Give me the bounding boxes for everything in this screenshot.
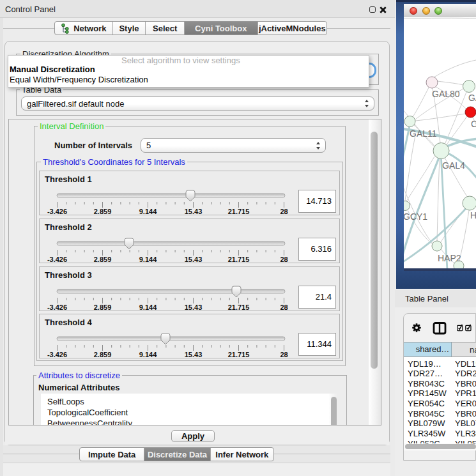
svg-text:-3.426: -3.426: [47, 303, 67, 311]
svg-text:21.715: 21.715: [228, 303, 250, 311]
svg-text:GAL11: GAL11: [410, 128, 437, 139]
svg-text:-3.426: -3.426: [47, 208, 67, 215]
svg-text:2.859: 2.859: [94, 208, 112, 215]
svg-text:HAP2: HAP2: [438, 253, 461, 263]
svg-text:28: 28: [280, 208, 288, 215]
svg-text:HA: HA: [470, 210, 476, 220]
svg-text:15.43: 15.43: [185, 303, 203, 311]
svg-text:GAL80: GAL80: [432, 89, 460, 99]
svg-text:2.859: 2.859: [94, 303, 112, 311]
svg-text:21.715: 21.715: [228, 208, 250, 215]
svg-text:28: 28: [280, 351, 288, 358]
svg-text:GA: GA: [468, 93, 476, 103]
svg-text:-3.426: -3.426: [47, 256, 67, 263]
svg-text:2.859: 2.859: [94, 351, 112, 358]
svg-text:9.144: 9.144: [139, 208, 157, 215]
svg-text:GAL4: GAL4: [442, 160, 465, 171]
svg-text:28: 28: [280, 303, 288, 311]
svg-text:15.43: 15.43: [185, 351, 203, 358]
svg-text:21.715: 21.715: [228, 351, 250, 358]
svg-text:9.144: 9.144: [139, 256, 157, 263]
svg-text:GCY1: GCY1: [404, 211, 427, 222]
svg-text:21.715: 21.715: [228, 256, 250, 263]
svg-text:15.43: 15.43: [185, 256, 203, 263]
svg-text:2.859: 2.859: [94, 256, 112, 263]
svg-text:9.144: 9.144: [139, 303, 157, 311]
svg-text:28: 28: [280, 256, 288, 263]
svg-text:15.43: 15.43: [185, 208, 203, 215]
svg-text:9.144: 9.144: [139, 351, 157, 358]
svg-text:CY: CY: [471, 119, 476, 129]
svg-text:-3.426: -3.426: [47, 351, 67, 358]
